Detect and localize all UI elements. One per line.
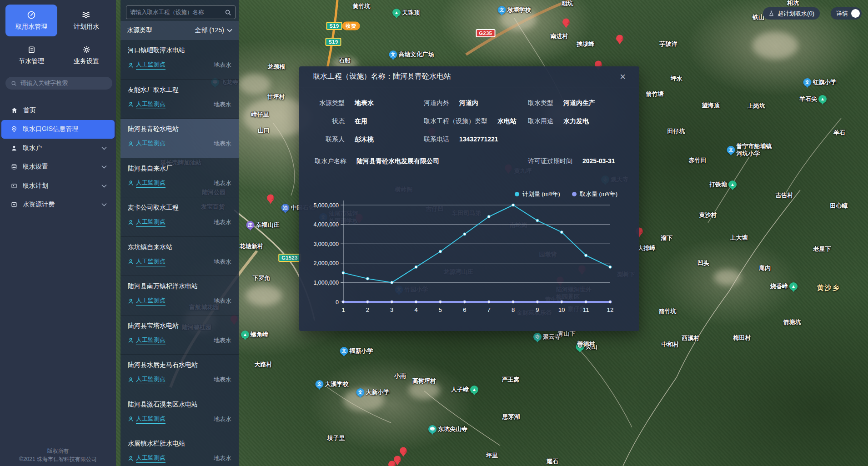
over-plan-label: 超计划取水(0) [778,10,814,18]
module-water-saving-management[interactable]: 节水管理 [5,40,57,71]
station-subrow: 人工监测点地表水 [128,139,231,148]
chevron-down-icon [101,146,107,150]
detail-toggle[interactable]: 详情 [831,7,862,20]
keyword-search-input[interactable]: 请输入关键字检索 [5,77,112,90]
person-icon [128,220,134,225]
manual-monitor-link[interactable]: 人工监测点 [128,415,166,424]
station-panel: 请输入取水工程（设施）名称 水源类型 全部 (125) 河口镇唱歌潭水电站人工监… [120,0,239,466]
person-icon [128,337,134,343]
billing-icon [11,201,17,208]
user-icon [11,145,17,151]
manual-monitor-link[interactable]: 人工监测点 [128,296,166,306]
svg-text:8: 8 [512,306,515,313]
map-terrain-patch [239,74,271,95]
module-planned-water-use[interactable]: 计划用水 [60,5,112,36]
water-source-label: 地表水 [214,415,231,423]
chevron-down-icon [101,184,107,188]
list-item[interactable]: 陆河县宝塔水电站人工监测点地表水 [120,316,239,355]
station-name: 陆河县宝塔水电站 [128,322,231,330]
waves-icon [81,10,91,20]
svg-text:9: 9 [536,306,539,313]
menu-item-water-billing[interactable]: 水资源计费 [0,195,116,215]
menu-item-intake-settings[interactable]: 取水设置 [0,158,116,177]
list-item[interactable]: 麦卡公司取水工程人工监测点地表水 [120,197,239,237]
menu-label: 取水设置 [23,163,48,171]
water-source-label: 地表水 [214,61,231,69]
manual-monitor-link[interactable]: 人工监测点 [128,60,166,70]
station-subrow: 人工监测点地表水 [128,257,231,266]
search-icon[interactable] [225,9,231,16]
monitor-label: 人工监测点 [136,139,166,148]
manual-monitor-link[interactable]: 人工监测点 [128,100,166,109]
svg-text:4,000,000: 4,000,000 [313,221,339,228]
svg-text:4: 4 [414,306,417,313]
svg-text:2: 2 [366,306,369,313]
station-subrow: 人工监测点地表水 [128,336,231,345]
manual-monitor-link[interactable]: 人工监测点 [128,218,166,227]
svg-text:3: 3 [390,306,393,313]
list-item[interactable]: 陆河县激石溪老区水电站人工监测点地表水 [120,394,239,434]
module-label: 业务设置 [74,57,99,65]
monitor-label: 人工监测点 [136,218,166,227]
svg-text:12: 12 [607,306,613,313]
toggle-knob[interactable] [851,9,860,18]
station-name: 陆河县水唇走马石水电站 [128,361,231,369]
topbar-controls: 超计划取水(0) 详情 [763,7,862,20]
list-item[interactable]: 陆河县水唇走马石水电站人工监测点地表水 [120,355,239,394]
map-terrain-patch [500,8,537,30]
svg-text:6: 6 [463,306,466,313]
station-name: 陆河县青砼水电站 [128,125,231,133]
filter-dropdown[interactable]: 全部 (125) [195,26,232,35]
monitor-label: 人工监测点 [136,257,166,266]
menu-item-home[interactable]: 首页 [0,101,116,120]
chevron-down-icon [101,165,107,169]
list-item[interactable]: 陆河县自来水厂人工监测点地表水 [120,158,239,198]
list-item[interactable]: 河口镇唱歌潭水电站人工监测点地表水 [120,40,239,80]
menu-label: 取水计划 [23,182,48,190]
module-label: 节水管理 [19,57,44,65]
app-window: 黄竹坑▲天珠顶文墩塘学校粗坑相坑铁山南进村挨垅蜂芋陂洋文高塘文化广场石船龙颈根甘… [0,0,868,466]
station-detail-modal: 取水工程（设施）名称：陆河县青砼水电站 × 水源类型地表水 河道内外河道内 取水… [299,66,639,331]
person-icon [128,298,134,304]
svg-text:0: 0 [336,299,339,306]
person-icon [128,180,134,186]
station-subrow: 人工监测点地表水 [128,179,231,188]
manual-monitor-link[interactable]: 人工监测点 [128,179,166,188]
manual-monitor-link[interactable]: 人工监测点 [128,139,166,148]
menu-item-gis-management[interactable]: 取水口GIS信息管理 [1,120,115,139]
list-item[interactable]: 东坑镇自来水站人工监测点地表水 [120,237,239,276]
station-subrow: 人工监测点地表水 [128,415,231,424]
menu-label: 取水口GIS信息管理 [23,125,78,133]
keyword-search-placeholder: 请输入关键字检索 [20,79,68,87]
manual-monitor-link[interactable]: 人工监测点 [128,454,166,463]
manual-monitor-link[interactable]: 人工监测点 [128,336,166,345]
monitor-label: 人工监测点 [136,454,166,463]
plan-icon [11,183,17,189]
water-source-label: 地表水 [214,336,231,345]
notebook-icon [27,45,36,54]
over-plan-intake-button[interactable]: 超计划取水(0) [763,7,820,20]
module-business-settings[interactable]: 业务设置 [60,40,112,71]
list-item[interactable]: 水唇镇水栏肚水电站人工监测点地表水 [120,433,239,466]
menu-label: 取水户 [23,144,42,152]
module-water-intake-management[interactable]: 取用水管理 [5,5,57,36]
svg-text:3,000,000: 3,000,000 [313,241,339,247]
station-search-input[interactable]: 请输入取水工程（设施）名称 [126,5,236,19]
search-icon [11,80,17,86]
manual-monitor-link[interactable]: 人工监测点 [128,375,166,384]
station-subrow: 人工监测点地表水 [128,296,231,306]
svg-text:5: 5 [439,306,442,313]
svg-text:1: 1 [341,306,345,313]
list-item[interactable]: 陆河县南万镇杞洋水电站人工监测点地表水 [120,276,239,316]
person-icon [128,259,134,265]
station-subrow: 人工监测点地表水 [128,100,231,109]
menu-item-water-users[interactable]: 取水户 [0,139,116,158]
menu-item-intake-plan[interactable]: 取水计划 [0,176,116,195]
map-terrain-patch [714,270,741,286]
manual-monitor-link[interactable]: 人工监测点 [128,257,166,266]
list-item[interactable]: 陆河县青砼水电站人工监测点地表水 [120,119,239,158]
filter-value: 全部 (125) [195,26,224,35]
person-icon [128,62,134,68]
svg-text:11: 11 [583,306,589,313]
list-item[interactable]: 友能水厂取水工程人工监测点地表水 [120,80,239,119]
